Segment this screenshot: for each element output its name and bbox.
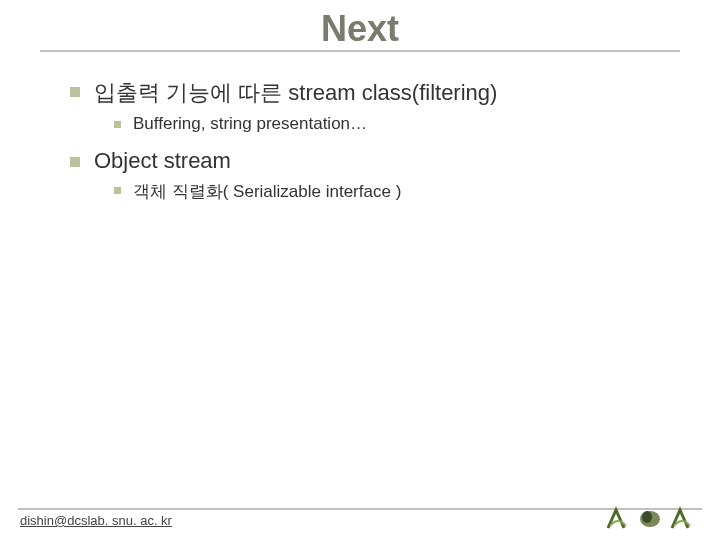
list-item: Buffering, string presentation…: [114, 114, 670, 134]
bullet-text: Buffering, string presentation…: [133, 114, 367, 134]
bullet-icon: [114, 187, 121, 194]
bullet-text: 객체 직렬화( Serializable interface ): [133, 180, 401, 203]
svg-point-1: [642, 511, 652, 523]
content-area: 입출력 기능에 따른 stream class(filtering) Buffe…: [70, 78, 670, 217]
logo-icon: [668, 506, 696, 532]
bullet-icon: [70, 87, 80, 97]
bullet-icon: [70, 157, 80, 167]
logo-icon: [604, 506, 632, 532]
footer-divider: [18, 508, 702, 510]
bullet-text: Object stream: [94, 148, 231, 174]
title-divider: [40, 50, 680, 52]
bullet-text: 입출력 기능에 따른 stream class(filtering): [94, 78, 497, 108]
list-item: 객체 직렬화( Serializable interface ): [114, 180, 670, 203]
logo-icon: [636, 506, 664, 532]
logo-area: [604, 506, 696, 532]
page-title: Next: [0, 8, 720, 50]
slide: Next 입출력 기능에 따른 stream class(filtering) …: [0, 0, 720, 540]
list-item: 입출력 기능에 따른 stream class(filtering): [70, 78, 670, 108]
footer-email: dishin@dcslab. snu. ac. kr: [20, 513, 172, 528]
list-item: Object stream: [70, 148, 670, 174]
bullet-icon: [114, 121, 121, 128]
